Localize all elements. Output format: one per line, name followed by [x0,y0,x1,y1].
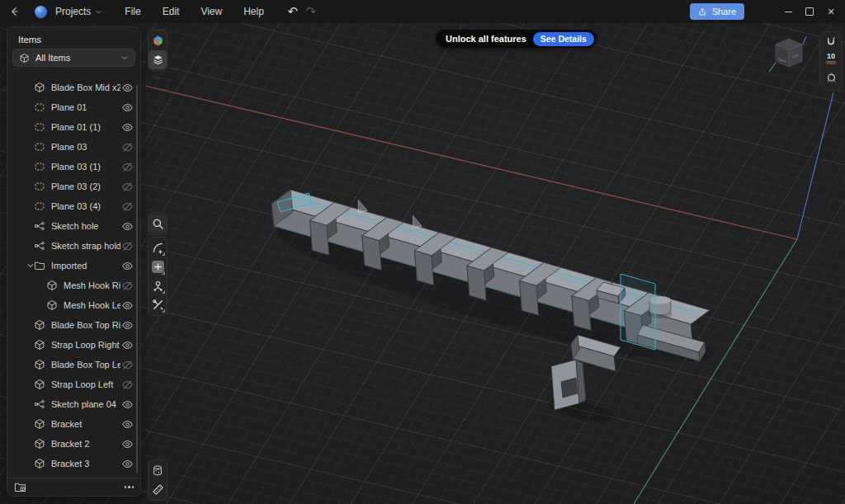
share-button[interactable]: Share [690,3,744,20]
list-item[interactable]: Blade Box Top Left [7,355,142,374]
snapping-toggle-button[interactable] [821,32,841,52]
visibility-toggle[interactable] [120,160,134,173]
item-type-icon [33,457,46,470]
list-item[interactable]: Sketch hole [7,216,142,236]
visibility-toggle[interactable] [120,457,134,470]
list-item[interactable]: Plane 03 (1) [7,157,142,177]
new-folder-button[interactable] [14,482,26,492]
visibility-toggle[interactable] [120,140,134,153]
more-options-button[interactable] [125,486,135,488]
visibility-toggle[interactable] [120,437,134,450]
expand-chevron-icon[interactable] [26,280,35,290]
visibility-toggle[interactable] [120,318,134,332]
gizmo-icon [825,72,838,84]
list-item[interactable]: Blade Box Top Right [7,315,142,335]
list-item[interactable]: Plane 03 (4) [7,196,142,216]
projects-nav-button[interactable]: Projects [55,2,102,21]
display-tools-strip [148,459,168,501]
search-button[interactable] [149,214,167,233]
back-arrow-icon [8,6,20,17]
visibility-toggle[interactable] [120,101,134,114]
visibility-toggle[interactable] [120,378,134,391]
visibility-toggle[interactable] [120,299,134,312]
magnet-icon [825,36,837,48]
pattern-icon [152,280,164,292]
item-label: Blade Box Top Left [51,360,120,370]
arc-plus-icon [152,242,164,254]
item-type-icon [33,239,46,252]
menu-file[interactable]: File [114,2,151,21]
menu-help[interactable]: Help [233,2,275,21]
grid-size-button[interactable]: 10 mm [826,53,836,66]
visibility-toggle[interactable] [120,200,134,213]
sketch-tool-button[interactable] [149,238,167,257]
item-label: Bracket 3 [51,459,120,469]
list-item[interactable]: Plane 01 [7,97,142,117]
list-item[interactable]: Plane 03 (2) [7,177,142,196]
visibility-toggle[interactable] [120,81,134,94]
chevron-down-icon [120,54,129,62]
list-item[interactable]: Sketch plane 04 [7,394,142,414]
list-item[interactable]: Imported [7,256,142,276]
textured-cylinder-icon [152,464,163,477]
back-button[interactable] [3,2,25,21]
close-button[interactable]: ✕ [820,2,842,21]
measure-button[interactable] [149,480,167,499]
view-options-strip [148,30,168,71]
list-item[interactable]: Blade Box Mid x2 [7,78,142,97]
share-label: Share [712,7,736,16]
items-filter-dropdown[interactable]: All Items [12,49,135,67]
item-label: Strap Loop Right [51,340,120,350]
item-type-icon [33,200,46,213]
wrench-screwdriver-icon [152,299,164,311]
visibility-toggle[interactable] [120,358,134,371]
list-item[interactable]: Mesh Hook Left [7,295,142,315]
item-label: Bracket 2 [51,439,120,449]
menubar: File Edit View Help [114,2,275,21]
menu-edit[interactable]: Edit [152,2,191,21]
list-item[interactable]: Bracket 2 [7,434,142,454]
list-item[interactable]: Strap Loop Right [7,335,142,355]
visibility-toggle[interactable] [120,259,134,272]
visibility-toggle[interactable] [120,219,134,233]
item-label: Mesh Hook Left [64,300,120,310]
add-tool-button[interactable] [149,257,167,276]
material-view-button[interactable] [149,461,167,480]
tools-button[interactable] [149,295,167,314]
chevron-down-icon [95,8,102,16]
redo-button[interactable]: ↷ [303,4,319,19]
list-item[interactable]: Mesh Hook Ri… [7,276,142,295]
orientation-gizmo-button[interactable] [821,68,841,87]
item-type-icon [33,101,46,114]
menu-view[interactable]: View [190,2,233,21]
expand-chevron-icon[interactable] [26,300,35,310]
scrollbar[interactable] [136,85,138,473]
restore-button[interactable] [799,2,820,21]
view-cube[interactable]: Back Left [768,35,810,76]
visibility-toggle[interactable] [120,398,134,411]
visibility-toggle[interactable] [120,338,134,351]
list-item[interactable]: Bracket [7,414,142,434]
layers-icon [152,54,164,66]
pattern-tool-button[interactable] [149,276,167,295]
item-type-icon [33,398,46,411]
item-type-icon [33,338,46,351]
item-type-icon [33,437,46,450]
see-details-button[interactable]: See Details [533,32,594,46]
visibility-toggle[interactable] [120,279,134,292]
item-type-icon [33,378,46,391]
undo-button[interactable]: ↶ [285,4,301,19]
list-item[interactable]: Plane 01 (1) [7,117,142,137]
minimize-button[interactable] [777,2,799,21]
visibility-toggle[interactable] [120,239,134,252]
items-panel-toggle-button[interactable] [149,50,167,69]
list-item[interactable]: Sketch strap holder [7,236,142,256]
list-item[interactable]: Bracket 3 [7,454,142,473]
visibility-toggle[interactable] [120,120,134,134]
visibility-toggle[interactable] [120,417,134,431]
appearance-button[interactable] [149,31,167,50]
list-item[interactable]: Plane 03 [7,137,142,157]
list-item[interactable]: Strap Loop Left [7,374,142,394]
visibility-toggle[interactable] [120,180,134,193]
search-strip [148,213,168,235]
